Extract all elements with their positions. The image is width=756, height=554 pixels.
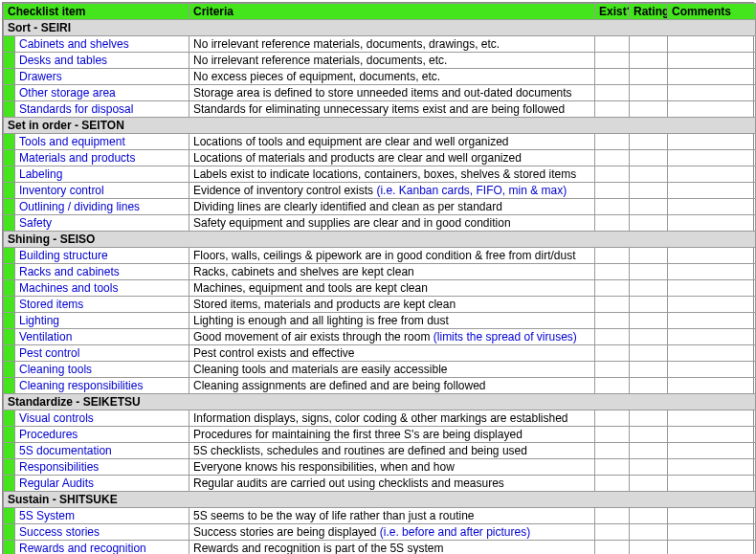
comments-cell[interactable] — [668, 264, 756, 280]
comments-cell[interactable] — [668, 508, 756, 524]
comments-cell[interactable] — [668, 541, 756, 555]
exist-cell[interactable] — [595, 459, 630, 476]
rating-cell[interactable] — [630, 476, 668, 492]
comments-cell[interactable] — [668, 459, 756, 476]
checklist-item: Safety — [15, 215, 189, 232]
rating-cell[interactable] — [630, 459, 668, 476]
row-marker — [4, 443, 15, 459]
rating-cell[interactable] — [630, 541, 668, 555]
exist-cell[interactable] — [595, 410, 630, 427]
rating-cell[interactable] — [630, 166, 668, 183]
rating-cell[interactable] — [630, 199, 668, 215]
criteria-cell: 5S checklists, schedules and routines ar… — [189, 443, 595, 459]
exist-cell[interactable] — [595, 443, 630, 459]
comments-cell[interactable] — [668, 313, 756, 329]
exist-cell[interactable] — [595, 85, 630, 101]
exist-cell[interactable] — [595, 541, 630, 555]
exist-cell[interactable] — [595, 427, 630, 443]
rating-cell[interactable] — [630, 345, 668, 362]
exist-cell[interactable] — [595, 53, 630, 69]
comments-cell[interactable] — [668, 69, 756, 85]
exist-cell[interactable] — [595, 329, 630, 345]
comments-cell[interactable] — [668, 199, 756, 215]
exist-cell[interactable] — [595, 36, 630, 53]
rating-cell[interactable] — [630, 313, 668, 329]
exist-cell[interactable] — [595, 183, 630, 199]
exist-cell[interactable] — [595, 166, 630, 183]
exist-cell[interactable] — [595, 134, 630, 150]
comments-cell[interactable] — [668, 101, 756, 118]
exist-cell[interactable] — [595, 297, 630, 313]
table-row: Outlining / dividing linesDividing lines… — [4, 199, 756, 215]
comments-cell[interactable] — [668, 476, 756, 492]
comments-cell[interactable] — [668, 166, 756, 183]
rating-cell[interactable] — [630, 508, 668, 524]
section-row: Sustain - SHITSUKE — [4, 492, 756, 508]
header-criteria: Criteria — [189, 4, 595, 20]
rating-cell[interactable] — [630, 297, 668, 313]
rating-cell[interactable] — [630, 150, 668, 166]
comments-cell[interactable] — [668, 524, 756, 541]
rating-cell[interactable] — [630, 524, 668, 541]
exist-cell[interactable] — [595, 345, 630, 362]
rating-cell[interactable] — [630, 443, 668, 459]
table-row: Racks and cabinetsRacks, cabinets and sh… — [4, 264, 756, 280]
exist-cell[interactable] — [595, 362, 630, 378]
comments-cell[interactable] — [668, 248, 756, 264]
exist-cell[interactable] — [595, 150, 630, 166]
comments-cell[interactable] — [668, 297, 756, 313]
checklist-item: 5S System — [15, 508, 189, 524]
exist-cell[interactable] — [595, 199, 630, 215]
rating-cell[interactable] — [630, 410, 668, 427]
rating-cell[interactable] — [630, 264, 668, 280]
rating-cell[interactable] — [630, 53, 668, 69]
exist-cell[interactable] — [595, 313, 630, 329]
row-marker — [4, 362, 15, 378]
rating-cell[interactable] — [630, 215, 668, 232]
comments-cell[interactable] — [668, 378, 756, 394]
checklist-item: Materials and products — [15, 150, 189, 166]
comments-cell[interactable] — [668, 443, 756, 459]
exist-cell[interactable] — [595, 280, 630, 297]
comments-cell[interactable] — [668, 36, 756, 53]
comments-cell[interactable] — [668, 53, 756, 69]
checklist-item: Standards for disposal — [15, 101, 189, 118]
rating-cell[interactable] — [630, 183, 668, 199]
exist-cell[interactable] — [595, 524, 630, 541]
exist-cell[interactable] — [595, 378, 630, 394]
comments-cell[interactable] — [668, 215, 756, 232]
criteria-cell: Safety equipment and supplies are clear … — [189, 215, 595, 232]
rating-cell[interactable] — [630, 378, 668, 394]
exist-cell[interactable] — [595, 476, 630, 492]
criteria-cell: Success stories are being displayed (i.e… — [189, 524, 595, 541]
exist-cell[interactable] — [595, 264, 630, 280]
checklist-item: Building structure — [15, 248, 189, 264]
rating-cell[interactable] — [630, 134, 668, 150]
exist-cell[interactable] — [595, 248, 630, 264]
criteria-cell: Good movement of air exists through the … — [189, 329, 595, 345]
exist-cell[interactable] — [595, 101, 630, 118]
rating-cell[interactable] — [630, 362, 668, 378]
rating-cell[interactable] — [630, 85, 668, 101]
comments-cell[interactable] — [668, 85, 756, 101]
comments-cell[interactable] — [668, 362, 756, 378]
comments-cell[interactable] — [668, 427, 756, 443]
rating-cell[interactable] — [630, 427, 668, 443]
comments-cell[interactable] — [668, 410, 756, 427]
section-row: Standardize - SEIKETSU — [4, 394, 756, 410]
comments-cell[interactable] — [668, 329, 756, 345]
rating-cell[interactable] — [630, 280, 668, 297]
comments-cell[interactable] — [668, 345, 756, 362]
rating-cell[interactable] — [630, 248, 668, 264]
exist-cell[interactable] — [595, 215, 630, 232]
rating-cell[interactable] — [630, 101, 668, 118]
rating-cell[interactable] — [630, 69, 668, 85]
comments-cell[interactable] — [668, 280, 756, 297]
exist-cell[interactable] — [595, 508, 630, 524]
comments-cell[interactable] — [668, 183, 756, 199]
comments-cell[interactable] — [668, 134, 756, 150]
exist-cell[interactable] — [595, 69, 630, 85]
comments-cell[interactable] — [668, 150, 756, 166]
rating-cell[interactable] — [630, 329, 668, 345]
rating-cell[interactable] — [630, 36, 668, 53]
